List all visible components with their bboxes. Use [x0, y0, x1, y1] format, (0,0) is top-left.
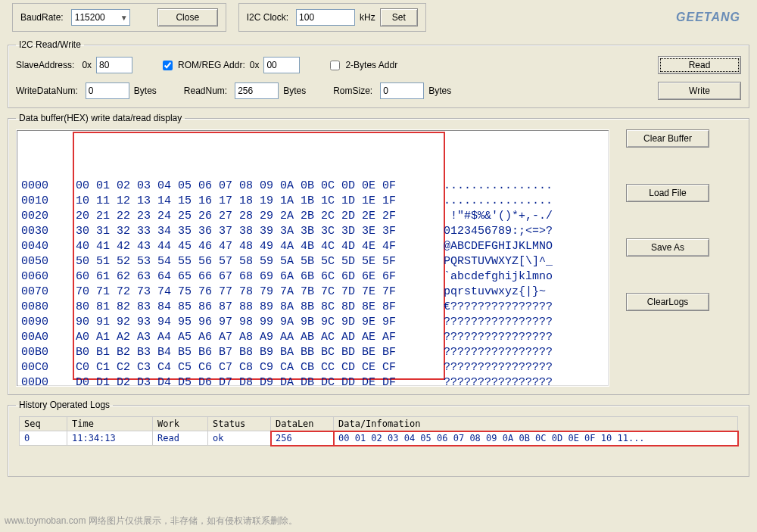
col-status[interactable]: Status: [208, 417, 271, 431]
baud-value: 115200: [75, 12, 105, 23]
i2c-clock-panel: I2C Clock: kHz Set: [238, 3, 426, 32]
baud-label: BaudRate:: [20, 12, 64, 23]
slave-addr-input[interactable]: [96, 57, 132, 73]
rom-addr-check-input[interactable]: [163, 61, 173, 70]
read-button[interactable]: Read: [658, 56, 741, 74]
cell-time: 11:34:13: [67, 431, 153, 446]
col-work[interactable]: Work: [153, 417, 208, 431]
two-bytes-check-input[interactable]: [330, 61, 340, 70]
history-logs-legend: History Operated Logs: [16, 400, 113, 410]
close-button[interactable]: Close: [157, 8, 218, 26]
slave-addr-label: SlaveAddress:: [16, 60, 74, 70]
set-button[interactable]: Set: [380, 8, 418, 26]
rom-addr-checkbox[interactable]: ROM/REG Addr:: [160, 58, 245, 73]
write-data-num-input[interactable]: [86, 82, 129, 99]
data-buffer-group: Data buffer(HEX) write data/read display…: [8, 113, 749, 395]
history-logs-group: History Operated Logs Seq Time Work Stat…: [8, 400, 749, 477]
write-data-num-label: WriteDataNum:: [16, 86, 78, 96]
cell-seq: 0: [20, 431, 67, 446]
i2c-rw-group: I2C Read/Write SlaveAddress: 0x ROM/REG …: [8, 39, 749, 108]
ox-prefix-1: 0x: [82, 60, 92, 70]
i2c-clock-label: I2C Clock:: [247, 12, 288, 23]
col-time[interactable]: Time: [67, 417, 153, 431]
bytes-label-2: Bytes: [283, 86, 306, 96]
rom-size-input[interactable]: [380, 82, 424, 99]
brand-logo: GEETANG: [676, 11, 749, 24]
two-bytes-checkbox[interactable]: 2-Bytes Addr: [327, 58, 397, 73]
clear-buffer-button[interactable]: Clear Buffer: [626, 129, 709, 148]
data-buffer-legend: Data buffer(HEX) write data/read display: [16, 113, 185, 123]
clear-logs-button[interactable]: ClearLogs: [626, 293, 709, 311]
chevron-down-icon: ▼: [120, 14, 128, 22]
log-table: Seq Time Work Status DataLen Data/Infoma…: [19, 416, 738, 446]
hex-viewer[interactable]: 0000 00 01 02 03 04 05 06 07 08 09 0A 0B…: [16, 129, 609, 387]
col-seq[interactable]: Seq: [20, 417, 67, 431]
baud-select[interactable]: 115200 ▼: [71, 9, 130, 26]
ox-prefix-2: 0x: [250, 60, 260, 70]
watermark-text: www.toymoban.com 网络图片仅供展示，非存储，如有侵权请联系删除。: [5, 515, 298, 527]
read-num-input[interactable]: [235, 82, 279, 99]
cell-work: Read: [153, 431, 208, 446]
two-bytes-label: 2-Bytes Addr: [345, 60, 397, 70]
i2c-clock-unit: kHz: [360, 12, 375, 23]
cell-status: ok: [208, 431, 271, 446]
col-datalen[interactable]: DataLen: [271, 417, 334, 431]
rom-addr-input[interactable]: [263, 57, 300, 73]
cell-data: 00 01 02 03 04 05 06 07 08 09 0A 0B 0C 0…: [334, 431, 738, 446]
write-button[interactable]: Write: [658, 82, 741, 100]
save-as-button[interactable]: Save As: [626, 238, 709, 257]
read-num-label: ReadNum:: [184, 86, 227, 96]
cell-datalen: 256: [271, 431, 334, 446]
i2c-clock-input[interactable]: [296, 9, 355, 26]
i2c-rw-legend: I2C Read/Write: [16, 39, 84, 50]
load-file-button[interactable]: Load File: [626, 184, 709, 202]
bytes-label-3: Bytes: [428, 86, 451, 96]
rom-addr-label: ROM/REG Addr:: [178, 60, 245, 70]
bytes-label-1: Bytes: [134, 86, 157, 96]
table-row[interactable]: 0 11:34:13 Read ok 256 00 01 02 03 04 05…: [20, 431, 738, 446]
rom-size-label: RomSize:: [333, 86, 372, 96]
col-data[interactable]: Data/Infomation: [334, 417, 738, 431]
baud-panel: BaudRate: 115200 ▼ Close: [12, 3, 226, 32]
